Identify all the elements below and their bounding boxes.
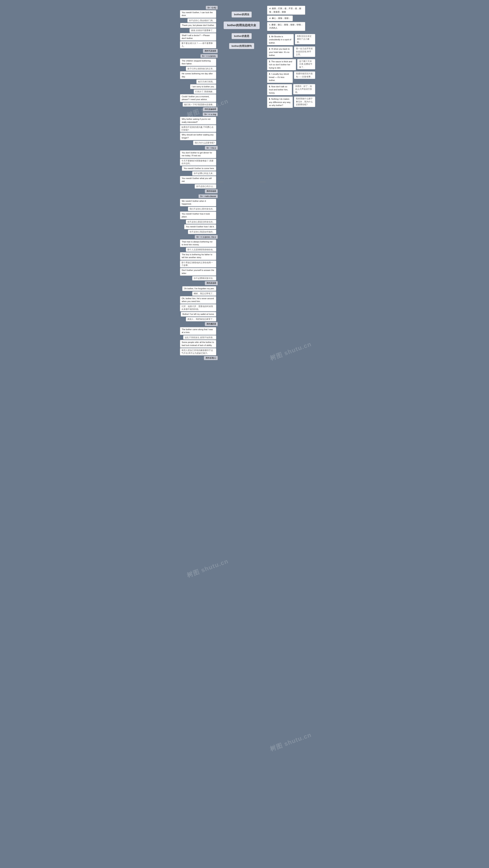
example-2-zh: 我一会儿会开车把你送回宾馆,举手之劳。	[294, 46, 315, 57]
example-3-en: 3. The sauce is thick and rich so don't …	[267, 59, 296, 70]
noun-1-en: Some people refer all the bother to bad …	[180, 340, 216, 348]
excl-2-en: Bother! I've left my wallet at home.	[181, 312, 216, 317]
section-exclamation: Oh bother, I've forgotten my pen. 糟糕，我忘记…	[174, 286, 218, 326]
example-row-1: 1. Mr Brooke is undoubtedly in a spot of…	[267, 34, 315, 45]
label-s-npron: S+ ~+ n./pron.	[200, 54, 218, 58]
label-s-plus-v: S+ ~(+A)	[206, 6, 218, 9]
entry-s-v-2-zh: 要不要去请大夫？——请不要费事儿。	[180, 41, 216, 48]
label-fujidong: 用作及动词	[205, 281, 218, 285]
entry-s-nptov-2-zh: 你不必费事回复对信。	[192, 276, 216, 280]
entry-s-tov-2-zh: 你不必担心吃什么...	[195, 184, 216, 189]
entry-s-np-2-en: I am sorry to bother you.	[190, 84, 216, 89]
entry-s-wh-0-zh: 我们不必担心那对发生的。	[188, 207, 216, 211]
excl-1-en: Oh, bother him. He's never around when y…	[180, 296, 216, 304]
example-row-2: 2. I'll drive you back to your hotel lat…	[267, 46, 315, 58]
entry-s-tov-1-zh: 你不必费心到这儿来。	[192, 171, 216, 176]
center-sub3: bother的用法例句	[229, 43, 254, 49]
section-s-wh: S+ ~+wh-clause We needn't bother when it…	[174, 194, 218, 234]
entry-s-v-0-en: You needn't bother; I can lock the door.	[180, 10, 216, 18]
noun-1-zh: 有些人把自己所有的麻烦都归于运气不佳,而不认为是缺乏能力。	[180, 348, 216, 355]
entry-s-np-3-zh: 能打扰一下吗?我需要向您请教。	[183, 102, 216, 107]
entry-s-nptov-2-en: Don't bother yourself to answer the lett…	[180, 268, 216, 276]
center-sub1: bother的用法	[231, 11, 252, 18]
examples-section: 1. Mr Brooke is undoubtedly in a spot of…	[265, 34, 315, 108]
section-s-tov: S+ ~+to-v You don't bother to get dinner…	[174, 146, 218, 193]
example-3-zh: 这个酱汁又浓又香,别费啥节食了。	[297, 59, 315, 69]
section-s-ving: S+ ~+ v.-ing Why bother asking if you're…	[174, 112, 218, 145]
label-noun: 用作名词(n.)	[204, 356, 218, 360]
example-6-zh: 既然我做什么都于事无补，我为什么还要费劲呢?	[294, 96, 315, 107]
entry-s-np-0-en: The children stopped bothering their fat…	[180, 59, 216, 66]
entry-s-wh-0-en: We needn't bother when it happened.	[180, 199, 216, 207]
entry-s-ving-0-en: Why bother asking if you're not really i…	[180, 117, 216, 125]
example-6-en: 6. Nothing I do makes any difference any…	[267, 96, 293, 108]
center-main: bother的用法总结大全	[224, 22, 260, 29]
example-row-3: 3. The sauce is thick and rich so don't …	[267, 59, 315, 70]
excl-2-zh: 真烦人，我把钱包忘家里了。	[186, 317, 216, 321]
excl-0-en: Oh bother, I've forgotten my pen.	[182, 286, 216, 291]
entry-s-v-1-zh: 谢谢,但请你不要费事了。	[190, 28, 216, 33]
entry-s-tov-1-en: You needn't bother to come here.	[182, 166, 216, 171]
section-s-npron: S+ ~+ n./pron. The children stopped both…	[174, 54, 218, 112]
example-1-en: 1. Mr Brooke is undoubtedly in a spot of…	[267, 34, 294, 45]
label-budong2: 用作补动词	[205, 189, 218, 193]
example-row-4: 4. I usually buy sliced bread — it's les…	[267, 71, 315, 83]
meaning-n: n. 麻烦；烦心；烦恼；烦烦；吵闹；讨厌的人	[267, 22, 305, 31]
entry-s-wh-1-en: You needn't bother how it took place.	[180, 212, 216, 219]
meaning-vt: vt. 烦扰；打扰；使…不安；使…烦恼；使迷惑；烦烦	[267, 6, 305, 15]
entry-s-tov-0-zh: 今天不要麻烦为我预备晚饭了,我要在外边吃。	[180, 159, 216, 166]
section-noun: The bother came along that I was at a lo…	[174, 327, 218, 360]
example-row-5: 5. Now don't talk so loud and bother him…	[267, 84, 315, 96]
excl-1-zh: 讨厌，他真讨厌，需要他的时候我从来都不能找到他。	[180, 304, 216, 311]
entry-s-np-0-zh: 孩子们停止烦扰他们的父亲。	[186, 66, 216, 71]
entry-s-np-2-zh: 打扰尔了,我很抱歉。	[194, 89, 216, 94]
entry-s-nptov-1-zh: 那个男孩正缠着他的父亲给他再一个故事。	[180, 260, 216, 268]
entry-s-v-1-en: Thank you, but please don't bother.	[180, 23, 217, 28]
label-jiwu: 用作及物动词	[203, 107, 218, 112]
section-s-np-tov: S+ ~+ n./pron. +to-v That man is always …	[174, 235, 218, 285]
right-branch: vt. 烦扰；打扰；使…不安；使…烦恼；使迷惑；烦烦 vi. 麻心；烦恼；烦烦；…	[265, 4, 315, 108]
label-s-ving: S+ ~+ v.-ing	[203, 112, 218, 116]
noun-0-en: The bother came along that I was at a lo…	[180, 327, 216, 335]
label-s-np-tov: S+ ~+ n./pron. +to-v	[195, 235, 218, 239]
example-4-en: 4. I usually buy sliced bread — it's les…	[267, 71, 293, 83]
entry-s-wh-2-zh: 你不必担心我是如何做的。	[188, 230, 216, 234]
example-4-zh: 我通常都买切片面包——比较省事。	[294, 71, 315, 79]
noun-0-zh: 这乱子突然发生,使我不知所措。	[183, 335, 216, 340]
entry-s-tov-2-en: You needn't bother what you will eat.	[180, 176, 216, 184]
example-5-zh: 亲爱的，好了，别这么大声说话打扰他。	[293, 84, 315, 94]
entry-s-nptov-0-zh: 那个人总是缠着我借钱给他。	[186, 247, 216, 252]
meaning-vi: vi. 麻心；烦恼；烦烦；	[267, 16, 293, 21]
entry-s-wh-2-en: You needn't bother how I did it.	[184, 224, 216, 229]
example-row-6: 6. Nothing I do makes any difference any…	[267, 96, 315, 108]
example-1-zh: 布鲁克先生肯定遇到了点小麻烦。	[295, 34, 315, 44]
entry-s-nptov-0-en: That man is always bothering me to lend …	[180, 239, 216, 247]
label-exclamation: 用作感叹语	[205, 322, 218, 326]
entry-s-tov-0-en: You don't bother to get dinner for me to…	[180, 150, 216, 158]
center-sub2: bother的意思	[231, 33, 252, 39]
label-budong: 用作不及动词	[203, 49, 218, 53]
section-s-v: S+ ~(+A) You needn't bother; I can lock …	[174, 6, 218, 53]
meanings-section: vt. 烦扰；打扰；使…不安；使…烦恼；使迷惑；烦烦 vi. 麻心；烦恼；烦烦；…	[265, 6, 315, 31]
label-s-wh: S+ ~+wh-clause	[198, 194, 218, 198]
entry-s-wh-1-zh: 你不必担心那是怎样发生的。	[186, 220, 216, 224]
entry-s-v-2-en: Shall I call a doctor? —Please don't bot…	[180, 33, 216, 41]
excl-0-zh: 糟糕，我忘记带笔了。	[192, 291, 216, 296]
entry-s-np-1-en: He comes bothering me day after day.	[180, 71, 216, 79]
entry-s-nptov-1-en: The boy is bothering his father to tell …	[180, 252, 216, 260]
entry-s-np-3-en: Could I bother you a moment, please? I n…	[180, 94, 216, 102]
left-branch: S+ ~(+A) You needn't bother; I can lock …	[174, 4, 218, 360]
center-column: bother的用法 bother的用法总结大全 bother的意思 bother…	[224, 4, 260, 49]
entry-s-np-1-zh: 他天天来打扰我。	[196, 80, 216, 84]
entry-s-ving-1-zh: 我们为什么还要等呢?	[193, 141, 216, 145]
entry-s-v-0-zh: 你不必担心,我会锁好门滴。	[187, 18, 216, 23]
example-2-en: 2. I'll drive you back to your hotel lat…	[267, 46, 293, 58]
example-5-en: 5. Now don't talk so loud and bother him…	[267, 84, 292, 96]
entry-s-ving-0-zh: 如果你不是真的感兴趣,干吗费心去打听呢?	[180, 125, 216, 132]
entry-s-ving-1-en: Why should we bother waiting any longer?	[180, 132, 216, 140]
label-s-tov: S+ ~+to-v	[205, 146, 218, 150]
